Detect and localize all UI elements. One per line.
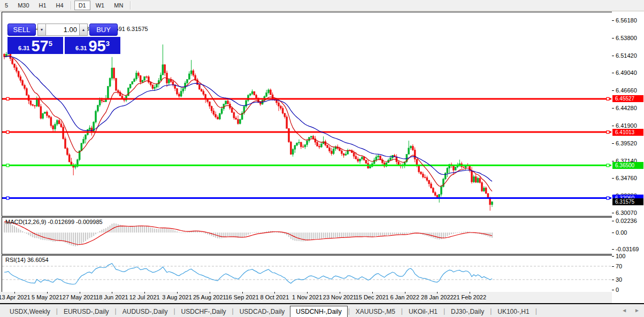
volume-input[interactable] bbox=[46, 24, 79, 36]
chart-tab-usdx-weekly[interactable]: USDX,Weekly bbox=[4, 306, 56, 317]
horizontal-line-6.36500[interactable] bbox=[2, 164, 611, 167]
rsi-panel: RSI(14) 36.6054 bbox=[2, 255, 613, 292]
macd-panel: MACD(12,26,9) -0.012699 -0.009985 bbox=[2, 217, 613, 254]
price-axis-tick bbox=[612, 126, 614, 126]
timeframe-button-m30[interactable]: M30 bbox=[13, 1, 33, 10]
chart-tab-usdcad-daily[interactable]: USDCAD-,Daily bbox=[234, 306, 290, 317]
price-level-badge: 6.41013 bbox=[612, 129, 643, 136]
price-axis-tick bbox=[612, 56, 614, 56]
timeframe-button-w1[interactable]: W1 bbox=[91, 1, 109, 10]
date-axis-tick bbox=[307, 292, 308, 293]
price-axis-tick bbox=[612, 108, 614, 109]
chart-tab-dj30-daily[interactable]: DJ30-,Daily bbox=[446, 306, 489, 317]
timeframe-toolbar: 5M30H1H4D1W1MN bbox=[0, 0, 644, 11]
date-axis-tick bbox=[177, 292, 178, 293]
price-axis-tick bbox=[612, 143, 614, 144]
rsi-axis-tick bbox=[612, 256, 614, 257]
price-axis-tick bbox=[612, 178, 614, 179]
sell-price-sup: 5 bbox=[49, 40, 52, 48]
timeframe-button-h4[interactable]: H4 bbox=[52, 1, 68, 10]
price-axis-label: 6.49040 bbox=[616, 69, 637, 76]
sell-price-display[interactable]: 6.31 57 5 bbox=[7, 37, 63, 54]
tab-separator: | bbox=[490, 307, 492, 315]
timeframe-button-mn[interactable]: MN bbox=[110, 1, 127, 10]
tab-separator: | bbox=[173, 307, 175, 315]
price-axis-label: 6.53800 bbox=[616, 35, 637, 41]
macd-axis-tick bbox=[612, 249, 614, 250]
sell-button[interactable]: SELL bbox=[7, 24, 36, 36]
price-axis-label: 6.51420 bbox=[616, 52, 637, 59]
price-level-badge: 6.36500 bbox=[612, 162, 643, 169]
tab-separator: | bbox=[401, 307, 403, 315]
rsi-axis-tick bbox=[612, 266, 614, 267]
timeframe-button-h1[interactable]: H1 bbox=[35, 1, 51, 10]
horizontal-line-6.32060[interactable] bbox=[2, 197, 611, 199]
date-axis-tick bbox=[340, 292, 340, 293]
mt4-window: 5M30H1H4D1W1MN ▲USDCNH-,Daily 6.31165 6.… bbox=[0, 0, 644, 317]
price-level-badge: 6.45527 bbox=[612, 95, 643, 102]
volume-increase-button[interactable]: ▲ bbox=[79, 24, 88, 36]
chart-tab-eurusd-daily[interactable]: EURUSD-,Daily bbox=[58, 306, 114, 317]
price-axis-tick bbox=[612, 213, 614, 213]
rsi-axis-tick bbox=[612, 280, 614, 280]
macd-axis-label: 0.02236 bbox=[616, 218, 637, 224]
buy-button[interactable]: BUY bbox=[89, 24, 118, 36]
price-axis-tick bbox=[612, 20, 614, 21]
rsi-axis-tick bbox=[612, 290, 614, 290]
date-axis-tick bbox=[372, 292, 373, 293]
date-axis: 13 Apr 20215 May 202127 May 202118 Jun 2… bbox=[2, 292, 612, 303]
price-axis-label: 6.39520 bbox=[616, 140, 637, 146]
price-axis: 6.561806.538006.514206.490406.466606.442… bbox=[612, 12, 644, 303]
price-axis-tick bbox=[612, 90, 614, 91]
tab-separator: | bbox=[115, 307, 117, 315]
price-axis-label: 6.46660 bbox=[616, 87, 637, 94]
tab-separator: | bbox=[56, 307, 58, 315]
buy-price-big: 95 bbox=[88, 39, 105, 53]
rsi-label: RSI(14) 36.6054 bbox=[5, 257, 49, 263]
macd-axis-label: 0.00 bbox=[616, 229, 627, 236]
sell-price-big: 57 bbox=[31, 39, 48, 53]
macd-axis-tick bbox=[612, 221, 614, 221]
sell-price-prefix: 6.31 bbox=[18, 45, 29, 51]
date-axis-tick bbox=[210, 292, 210, 293]
chart-tab-xauusd-m5[interactable]: XAUUSD-,M5 bbox=[350, 306, 401, 317]
chart-tab-ukoil-h1[interactable]: UKOil-,H1 bbox=[403, 306, 443, 317]
chart-tab-uk100-h1[interactable]: UK100-,H1 bbox=[492, 306, 534, 317]
rsi-axis-label: 70 bbox=[616, 263, 622, 269]
rsi-chart bbox=[2, 256, 611, 291]
volume-decrease-button[interactable]: ▼ bbox=[37, 24, 46, 36]
date-axis-tick bbox=[47, 292, 48, 293]
buy-price-sup: 3 bbox=[106, 40, 110, 48]
tabs-scroll-left-icon[interactable]: ◄ bbox=[622, 307, 627, 313]
tab-separator: | bbox=[443, 307, 445, 315]
tab-separator: | bbox=[348, 307, 350, 315]
tab-separator: | bbox=[232, 307, 234, 315]
date-axis-tick bbox=[437, 292, 438, 293]
tabs-scroll-right-icon[interactable]: ► bbox=[634, 307, 640, 313]
price-axis-label: 6.30070 bbox=[616, 210, 637, 216]
tab-separator: | bbox=[535, 307, 537, 315]
buy-price-prefix: 6.31 bbox=[75, 45, 87, 51]
toolbar-separator bbox=[71, 1, 72, 10]
toolbar-separator bbox=[130, 1, 131, 10]
chart-tab-audusd-daily[interactable]: AUDUSD-,Daily bbox=[117, 306, 173, 317]
buy-price-display[interactable]: 6.31 95 3 bbox=[65, 37, 120, 54]
horizontal-line-6.45527[interactable] bbox=[2, 97, 611, 100]
date-axis-tick bbox=[470, 292, 470, 293]
macd-axis-label: -0.03169 bbox=[616, 246, 639, 252]
rsi-axis-label: 0 bbox=[616, 287, 619, 293]
price-axis-label: 6.41900 bbox=[616, 122, 637, 129]
price-axis-tick bbox=[612, 73, 614, 73]
date-axis-tick bbox=[405, 292, 405, 293]
date-axis-tick bbox=[14, 292, 15, 293]
date-axis-label: 21 Feb 2022 bbox=[446, 294, 494, 300]
timeframe-button-5[interactable]: 5 bbox=[1, 1, 12, 10]
price-axis-tick bbox=[612, 161, 614, 161]
timeframe-button-d1[interactable]: D1 bbox=[74, 1, 90, 10]
one-click-trading-panel: SELL ▼ ▲ BUY 6.31 57 5 6.31 95 3 bbox=[7, 24, 120, 54]
chart-tab-usdchf-daily[interactable]: USDCHF-,Daily bbox=[176, 306, 232, 317]
price-axis-label: 6.56180 bbox=[616, 17, 637, 24]
date-axis-tick bbox=[80, 292, 80, 293]
chart-tab-usdcnh-daily[interactable]: USDCNH-,Daily bbox=[290, 306, 347, 317]
date-axis-tick bbox=[242, 292, 243, 293]
